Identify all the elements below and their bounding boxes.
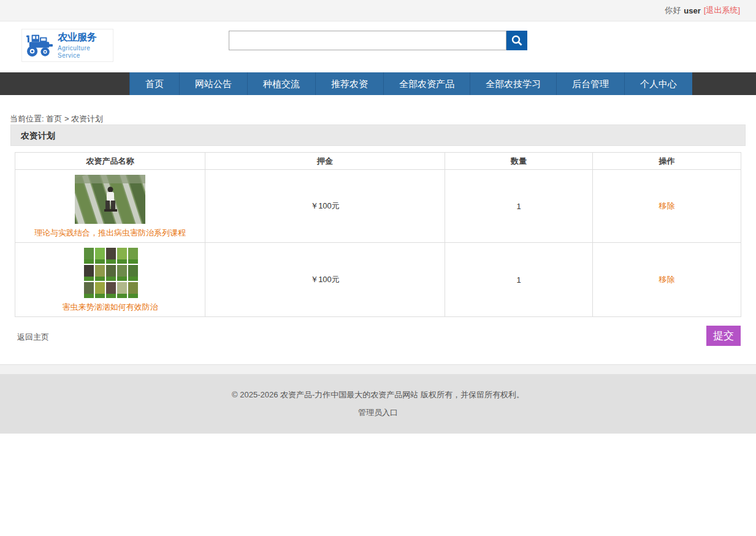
product-name-link[interactable]: 理论与实践结合，推出病虫害防治系列课程 [34,228,186,239]
header: 农业服务 Agriculture Service [0,21,756,72]
admin-entry-link[interactable]: 管理员入口 [358,407,398,418]
breadcrumb-home-link[interactable]: 首页 [46,114,62,123]
product-photo-grid[interactable] [84,248,137,298]
nav-item-personal-center[interactable]: 个人中心 [624,72,692,95]
search-icon [511,34,523,47]
nav-item-admin[interactable]: 后台管理 [556,72,624,95]
breadcrumb-current: 农资计划 [71,114,103,123]
nav-item-agri-learning[interactable]: 全部农技学习 [470,72,556,95]
logo-subtitle: Agriculture Service [58,45,109,59]
search-bar [229,31,527,50]
submit-button[interactable]: 提交 [706,326,741,346]
header-operation: 操作 [593,153,741,170]
remove-link[interactable]: 移除 [659,275,675,284]
back-home-link[interactable]: 返回主页 [17,332,49,343]
product-name-link[interactable]: 害虫来势汹汹如何有效防治 [63,302,158,313]
search-input[interactable] [229,31,506,50]
nav-menu: 首页 网站公告 种植交流 推荐农资 全部农资产品 全部农技学习 后台管理 个人中… [129,72,756,95]
actions-row: 返回主页 提交 [15,326,741,349]
logo-title: 农业服务 [58,32,109,43]
footer-spacer [0,364,756,374]
page-title: 农资计划 [10,124,746,146]
greeting-text: 你好 [665,5,681,16]
breadcrumb-prefix: 当前位置: [10,114,44,123]
table-header-row: 农资产品名称 押金 数量 操作 [15,153,741,170]
logout-link[interactable]: [退出系统] [704,5,740,16]
main-nav: 首页 网站公告 种植交流 推荐农资 全部农资产品 全部农技学习 后台管理 个人中… [0,72,756,95]
copyright-text: © 2025-2026 农资产品-力作中国最大的农资产品网站 版权所有，并保留所… [0,389,756,400]
search-button[interactable] [506,31,527,50]
site-logo[interactable]: 农业服务 Agriculture Service [21,29,113,62]
header-quantity: 数量 [445,153,593,170]
table-row: 害虫来势汹汹如何有效防治 ￥100元 1 移除 [15,243,741,317]
breadcrumb: 当前位置: 首页 > 农资计划 [0,95,756,124]
username-text: user [684,6,700,15]
tractor-icon [26,33,54,58]
table-row: 理论与实践结合，推出病虫害防治系列课程 ￥100元 1 移除 [15,170,741,243]
nav-item-announcements[interactable]: 网站公告 [179,72,247,95]
header-deposit: 押金 [205,153,445,170]
quantity-value: 1 [445,170,593,243]
deposit-value: ￥100元 [205,170,445,243]
nav-item-home[interactable]: 首页 [129,72,179,95]
plan-table: 农资产品名称 押金 数量 操作 [15,152,741,317]
breadcrumb-separator: > [64,114,69,123]
quantity-value: 1 [445,243,593,317]
deposit-value: ￥100元 [205,243,445,317]
remove-link[interactable]: 移除 [659,201,675,210]
product-photo[interactable] [75,175,145,224]
topbar: 你好 user [退出系统] [0,0,756,21]
nav-item-recommended-supplies[interactable]: 推荐农资 [315,72,383,95]
logo-text: 农业服务 Agriculture Service [58,32,109,59]
footer: © 2025-2026 农资产品-力作中国最大的农资产品网站 版权所有，并保留所… [0,374,756,434]
nav-item-planting-exchange[interactable]: 种植交流 [247,72,315,95]
nav-item-all-products[interactable]: 全部农资产品 [383,72,470,95]
header-product-name: 农资产品名称 [15,153,205,170]
